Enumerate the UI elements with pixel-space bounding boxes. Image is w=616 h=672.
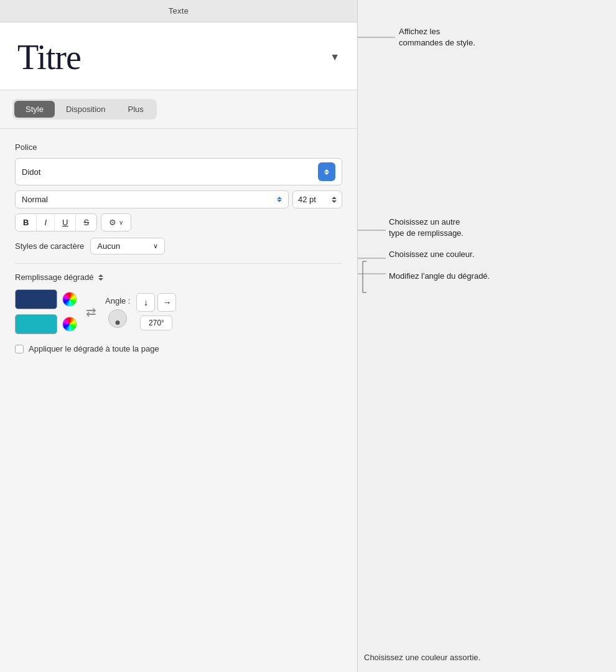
annotation-matched-color: Choisissez une couleur assortie. [364,653,480,662]
char-style-dropdown[interactable]: Aucun ∨ [90,238,165,254]
underline-button[interactable]: U [55,214,76,231]
fill-stepper-down [98,278,103,281]
font-style-up [277,197,282,199]
apply-label: Appliquer le dégradé à toute la page [29,344,159,353]
angle-dot [116,320,120,325]
gear-icon: ⚙ [109,218,116,227]
fill-label-row: Remplissage dégradé [15,273,342,282]
font-size-up [332,197,337,199]
color-swatch-teal[interactable] [15,314,57,334]
char-style-label: Styles de caractère [15,241,84,251]
font-name-stepper[interactable] [318,162,335,181]
bold-button[interactable]: B [16,214,37,231]
annotation-angle-hint-text: Modifiez l'angle du dégradé. [389,271,490,281]
annotation-fill-type-hint: Choisissez un autre type de remplissage. [389,217,464,239]
char-style-row: Styles de caractère Aucun ∨ [15,238,342,254]
gradient-main-row: ⇄ Angle : ↓ → [15,289,342,334]
font-name-field[interactable]: Didot [15,158,342,185]
panel-header: Texte [0,0,357,22]
format-buttons-row: B I U S ⚙ ∨ [15,213,342,231]
char-style-value: Aucun [97,241,120,251]
dir-down-button[interactable]: ↓ [136,293,155,312]
divider-1 [15,263,342,264]
color-swatch-dark-blue[interactable] [15,289,57,309]
annotation-color-hint-text: Choisissez une couleur. [389,250,474,259]
format-btn-group: B I U S [15,213,97,231]
swap-icon-container: ⇄ [83,304,99,319]
annotation-angle-hint: Modifiez l'angle du dégradé. [389,271,490,282]
annotation-color-hint: Choisissez une couleur. [389,249,474,260]
strikethrough-button[interactable]: S [76,214,96,231]
annotation-style-hint-text: Affichez les commandes de style. [399,27,475,47]
main-container: Texte Titre ▼ Style Disposition Plus Pol… [0,0,616,672]
connector-lines [358,0,616,672]
titre-dropdown-arrow[interactable]: ▼ [330,52,340,63]
color-row-2 [15,314,77,334]
fill-label: Remplissage dégradé [15,273,93,282]
titre-display: Titre [17,37,81,77]
font-style-stepper[interactable] [277,197,282,202]
tab-plus[interactable]: Plus [117,101,155,118]
fill-section: Remplissage dégradé [15,273,342,353]
font-style-value: Normal [22,195,48,204]
color-rows [15,289,77,334]
font-size-stepper[interactable] [332,197,337,203]
tab-style[interactable]: Style [14,101,55,118]
font-style-size-row: Normal 42 pt [15,190,342,208]
apply-row: Appliquer le dégradé à toute la page [15,344,342,353]
fill-stepper-up [98,274,103,277]
tabs-section: Style Disposition Plus [0,90,357,129]
direction-controls: ↓ → 270° [136,293,176,330]
angle-controls: Angle : [105,296,130,328]
angle-label: Angle : [105,296,130,306]
panel-content: Police Didot Normal [0,129,357,672]
char-style-chevron: ∨ [153,242,158,250]
apply-checkbox[interactable] [15,345,24,353]
annotation-matched-color-text: Choisissez une couleur assortie. [364,653,480,662]
font-size-value: 42 pt [298,195,316,204]
font-style-down [277,200,282,202]
font-style-field[interactable]: Normal [15,190,289,208]
font-name-down-arrow [324,172,329,175]
side-panel: Texte Titre ▼ Style Disposition Plus Pol… [0,0,358,672]
font-name-up-arrow [324,169,329,172]
color-row-1 [15,289,77,309]
swap-icon[interactable]: ⇄ [86,304,96,319]
annotation-fill-type-text: Choisissez un autre type de remplissage. [389,217,464,238]
angle-value[interactable]: 270° [140,315,172,330]
dir-right-button[interactable]: → [157,293,176,312]
panel-title: Texte [169,6,189,16]
gear-dropdown-arrow: ∨ [119,219,123,226]
title-section: Titre ▼ [0,22,357,90]
gear-button[interactable]: ⚙ ∨ [101,213,131,231]
angle-dial[interactable] [108,309,127,328]
font-size-down [332,200,337,203]
font-name-value: Didot [22,167,40,177]
font-size-field[interactable]: 42 pt [292,190,342,208]
direction-buttons: ↓ → [136,293,176,312]
tab-disposition[interactable]: Disposition [55,101,117,118]
font-name-row: Didot [15,158,342,185]
tabs-row: Style Disposition Plus [12,99,157,119]
italic-button[interactable]: I [37,214,55,231]
color-wheel-btn-1[interactable] [62,292,77,307]
color-wheel-btn-2[interactable] [62,317,77,332]
annotations-panel: Affichez les commandes de style. Choisis… [358,0,616,672]
annotation-style-hint: Affichez les commandes de style. [399,26,475,49]
fill-type-stepper[interactable] [98,274,103,281]
police-section-label: Police [15,142,342,152]
